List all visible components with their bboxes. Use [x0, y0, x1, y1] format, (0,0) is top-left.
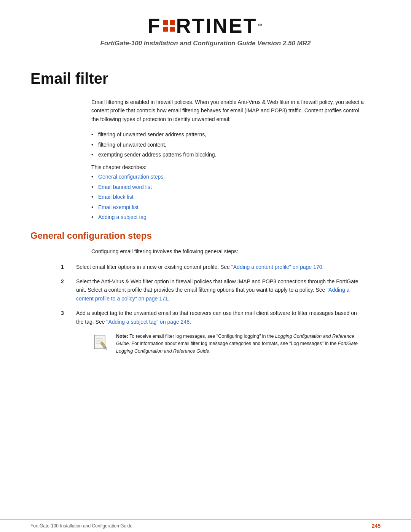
list-item: 3 Add a subject tag to the unwanted emai…: [61, 309, 365, 326]
step-text: Select the Anti-Virus & Web filter optio…: [76, 277, 365, 303]
email-block-list-link[interactable]: Email block list: [98, 194, 134, 200]
logo-f-letter: F: [148, 15, 161, 36]
adding-subject-tag-link[interactable]: Adding a subject tag: [98, 214, 147, 220]
section-intro: Configuring email filtering involves the…: [91, 247, 365, 256]
logo-dot-tr: [170, 20, 175, 25]
section-heading: General configuration steps: [30, 230, 381, 241]
header: F RTINET ™ FortiGate-100 Installation an…: [0, 0, 411, 55]
list-item: Email block list: [91, 193, 365, 201]
page: F RTINET ™ FortiGate-100 Installation an…: [0, 0, 411, 532]
logo-dot-tl: [163, 20, 168, 25]
logo-dot-bl: [163, 27, 168, 32]
intro-paragraph: Email filtering is enabled in firewall p…: [91, 98, 365, 123]
note-label: Note:: [116, 334, 128, 339]
note-text-block: Note: To receive email filter log messag…: [116, 333, 365, 355]
footer-page-number: 245: [372, 523, 381, 529]
fortinet-logo: F RTINET ™: [148, 15, 264, 36]
list-item: 1 Select email filter options in a new o…: [61, 263, 365, 271]
numbered-list: 1 Select email filter options in a new o…: [61, 263, 365, 326]
step2-link[interactable]: "Adding a content profile to a policy" o…: [76, 287, 349, 301]
link-list: General configuration steps Email banned…: [91, 173, 365, 221]
bullet-list: filtering of unwanted sender address pat…: [91, 130, 365, 159]
note-italic1: Logging Configuration and Reference Guid…: [116, 334, 354, 346]
step-text: Select email filter options in a new or …: [76, 263, 365, 271]
logo-tm: ™: [257, 23, 264, 28]
intro-block: Email filtering is enabled in firewall p…: [91, 98, 365, 123]
note-box: Note: To receive email filter log messag…: [91, 333, 365, 355]
step-number: 1: [61, 263, 76, 271]
footer: FortiGate-100 Installation and Configura…: [0, 519, 411, 532]
step-number: 2: [61, 277, 76, 286]
page-title: Email filter: [30, 70, 381, 87]
logo-dot-br: [170, 27, 175, 32]
note-icon: [91, 334, 112, 353]
step-number: 3: [61, 309, 76, 317]
logo-container: F RTINET ™: [148, 15, 264, 36]
note-svg-icon: [91, 334, 110, 352]
main-content: Email filter Email filtering is enabled …: [0, 55, 411, 393]
note-italic2: FortiGate Logging Configuration and Refe…: [116, 341, 358, 353]
logo-rtinet-letters: RTINET: [176, 15, 257, 36]
step1-link[interactable]: "Adding a content profile" on page 170: [231, 264, 322, 270]
chapter-desc: This chapter describes:: [91, 164, 365, 170]
list-item: Email banned word list: [91, 183, 365, 191]
subtitle: FortiGate-100 Installation and Configura…: [100, 40, 311, 47]
note-content: To receive email filter log messages, se…: [116, 334, 358, 354]
general-config-link[interactable]: General configuration steps: [98, 174, 163, 180]
logo-dots: [162, 19, 175, 32]
step3-link[interactable]: "Adding a subject tag" on page 248: [106, 319, 190, 325]
list-item: filtering of unwanted content,: [91, 141, 365, 149]
list-item: Adding a subject tag: [91, 213, 365, 221]
list-item: General configuration steps: [91, 173, 365, 181]
footer-left-text: FortiGate-100 Installation and Configura…: [30, 523, 132, 529]
list-item: 2 Select the Anti-Virus & Web filter opt…: [61, 277, 365, 303]
list-item: exempting sender address patterns from b…: [91, 150, 365, 159]
section-intro-text: Configuring email filtering involves the…: [91, 247, 365, 256]
email-exempt-list-link[interactable]: Email exempt list: [98, 204, 139, 210]
email-banned-word-link[interactable]: Email banned word list: [98, 184, 152, 190]
step-text: Add a subject tag to the unwanted email …: [76, 309, 365, 326]
list-item: filtering of unwanted sender address pat…: [91, 130, 365, 139]
list-item: Email exempt list: [91, 203, 365, 211]
subtitle-text: FortiGate-100 Installation and Configura…: [100, 40, 311, 47]
